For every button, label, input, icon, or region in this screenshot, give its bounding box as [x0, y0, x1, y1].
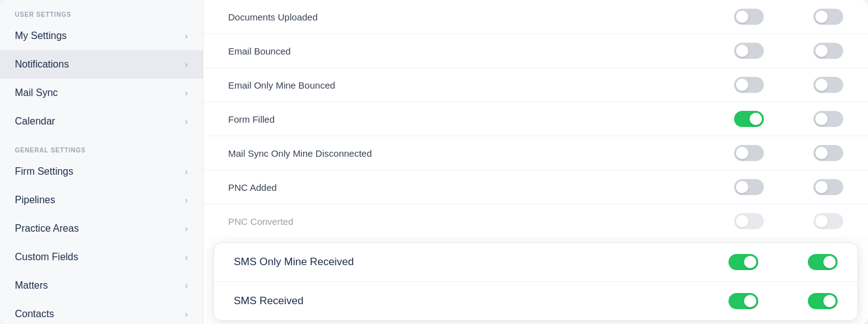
toggle-email[interactable] [813, 179, 843, 195]
toggle-push[interactable] [728, 293, 758, 309]
sidebar-item-custom-fields[interactable]: Custom Fields › [0, 243, 203, 271]
toggle-push[interactable] [734, 77, 764, 93]
toggle-group [734, 43, 843, 59]
table-row: PNC Added [203, 170, 868, 204]
row-label: PNC Added [228, 182, 734, 193]
table-row: Form Filled [203, 102, 868, 136]
sidebar-item-label: Mail Sync [15, 87, 58, 99]
sidebar-item-contacts[interactable]: Contacts › [0, 300, 203, 324]
toggle-push[interactable] [734, 179, 764, 195]
table-row: Mail Sync Only Mine Disconnected [203, 136, 868, 170]
chevron-right-icon: › [185, 281, 188, 291]
toggle-group [734, 9, 843, 25]
toggle-push[interactable] [734, 213, 764, 229]
toggle-group [734, 213, 843, 229]
table-row: Email Bounced [203, 34, 868, 68]
toggle-push[interactable] [734, 43, 764, 59]
chevron-right-icon: › [185, 88, 188, 98]
row-label: PNC Converted [228, 216, 734, 227]
sidebar-item-label: Notifications [15, 59, 69, 70]
chevron-right-icon: › [185, 116, 188, 126]
row-label: Email Only Mine Bounced [228, 80, 734, 90]
toggle-push[interactable] [734, 111, 764, 127]
toggle-email[interactable] [813, 213, 843, 229]
chevron-right-icon: › [185, 31, 188, 41]
row-label: Mail Sync Only Mine Disconnected [228, 148, 734, 159]
row-label: SMS Received [234, 295, 728, 307]
sidebar-item-label: Pipelines [15, 195, 55, 206]
sidebar-item-label: Contacts [15, 309, 54, 320]
toggle-email[interactable] [808, 254, 838, 270]
table-row: Email Only Mine Bounced [203, 68, 868, 102]
toggle-push[interactable] [728, 254, 758, 270]
toggle-email[interactable] [808, 293, 838, 309]
toggle-push[interactable] [734, 145, 764, 161]
toggle-email[interactable] [813, 9, 843, 25]
table-row: Documents Uploaded [203, 0, 868, 34]
toggle-group [734, 145, 843, 161]
toggle-email[interactable] [813, 145, 843, 161]
chevron-right-icon: › [185, 59, 188, 69]
chevron-right-icon: › [185, 195, 188, 205]
sidebar-item-matters[interactable]: Matters › [0, 271, 203, 300]
sidebar-item-label: Practice Areas [15, 223, 79, 234]
sidebar-section-user: USER SETTINGS [0, 0, 203, 22]
main-content: Documents Uploaded Email Bounced Email O… [203, 0, 868, 324]
card-row-sms-received: SMS Received [214, 282, 857, 320]
sidebar: USER SETTINGS My Settings › Notification… [0, 0, 203, 324]
sidebar-item-practice-areas[interactable]: Practice Areas › [0, 214, 203, 243]
sidebar-item-label: Matters [15, 280, 48, 291]
chevron-right-icon: › [185, 309, 188, 319]
toggle-email[interactable] [813, 77, 843, 93]
chevron-right-icon: › [185, 224, 188, 234]
toggle-group [728, 293, 838, 309]
sidebar-item-label: Custom Fields [15, 252, 78, 263]
card-row-sms-only-mine: SMS Only Mine Received [214, 243, 857, 282]
sidebar-item-label: Firm Settings [15, 166, 73, 177]
row-label: Form Filled [228, 114, 734, 125]
toggle-group [734, 111, 843, 127]
card-container: SMS Only Mine Received SMS Received [213, 242, 858, 321]
toggle-group [734, 77, 843, 93]
toggle-group [728, 254, 838, 270]
chevron-right-icon: › [185, 167, 188, 177]
sidebar-item-label: Calendar [15, 116, 55, 127]
sidebar-item-firm-settings[interactable]: Firm Settings › [0, 157, 203, 186]
sidebar-item-calendar[interactable]: Calendar › [0, 107, 203, 136]
sidebar-item-mail-sync[interactable]: Mail Sync › [0, 79, 203, 107]
toggle-email[interactable] [813, 43, 843, 59]
sidebar-item-notifications[interactable]: Notifications › [0, 50, 203, 79]
toggle-group [734, 179, 843, 195]
table-row-pnc-converted: PNC Converted [203, 204, 868, 239]
row-label: SMS Only Mine Received [234, 256, 728, 268]
sidebar-section-general: GENERAL SETTINGS [0, 136, 203, 157]
sidebar-item-label: My Settings [15, 30, 67, 42]
sidebar-item-pipelines[interactable]: Pipelines › [0, 186, 203, 214]
toggle-email[interactable] [813, 111, 843, 127]
row-label: Email Bounced [228, 46, 734, 56]
sidebar-item-my-settings[interactable]: My Settings › [0, 22, 203, 50]
chevron-right-icon: › [185, 252, 188, 262]
toggle-push[interactable] [734, 9, 764, 25]
row-label: Documents Uploaded [228, 12, 734, 22]
